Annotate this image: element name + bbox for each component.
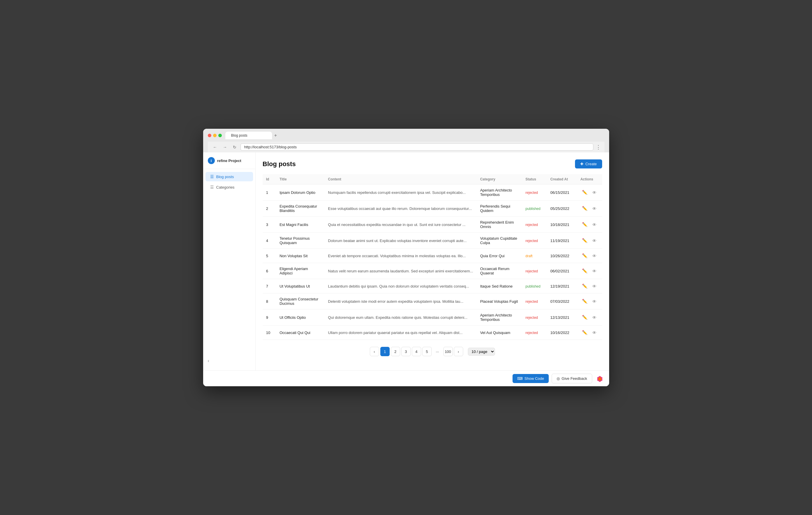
- edit-button[interactable]: ✏️: [580, 298, 589, 305]
- pagination-page-100[interactable]: 100: [443, 347, 453, 356]
- cell-created-at: 12/13/2021: [547, 310, 577, 325]
- page-size-select[interactable]: 10 / page 20 / page 50 / page: [468, 348, 495, 355]
- cell-title: Quisquam Consectetur Ducimus: [276, 293, 325, 310]
- forward-button[interactable]: →: [221, 144, 229, 150]
- view-button[interactable]: 👁: [590, 329, 598, 336]
- pagination-page-1[interactable]: 1: [380, 347, 390, 356]
- create-button[interactable]: ✚ Create: [575, 160, 602, 168]
- traffic-lights: [208, 134, 222, 137]
- data-table: Id Title Content Category Status Created…: [263, 174, 602, 340]
- sidebar-item-categories[interactable]: ☰ Categories: [205, 182, 253, 192]
- cell-category: Vel Aut Quisquam: [476, 325, 522, 340]
- cell-title: Ipsam Dolorum Optio: [276, 184, 325, 201]
- table-row: 1 Ipsam Dolorum Optio Numquam facilis re…: [263, 184, 602, 201]
- col-header-created-at: Created At: [547, 174, 577, 184]
- create-label: Create: [585, 162, 597, 166]
- table-row: 2 Expedita Consequatur Blanditiis Esse v…: [263, 201, 602, 217]
- close-button[interactable]: [208, 134, 211, 137]
- cell-id: 7: [263, 279, 276, 293]
- url-bar[interactable]: [240, 143, 593, 151]
- cell-actions: ✏️ 👁: [577, 233, 602, 249]
- pagination-next-button[interactable]: ›: [454, 347, 463, 356]
- cell-status: published: [522, 279, 547, 293]
- table-row: 6 Eligendi Aperiam Adipisci Natus velit …: [263, 263, 602, 279]
- edit-button[interactable]: ✏️: [580, 267, 589, 275]
- cell-status: rejected: [522, 233, 547, 249]
- view-button[interactable]: 👁: [590, 205, 598, 212]
- sidebar-collapse-button[interactable]: ‹: [203, 356, 255, 366]
- cell-status: published: [522, 201, 547, 217]
- cell-content: Ullam porro dolorem pariatur quaerat par…: [325, 325, 476, 340]
- cell-created-at: 05/25/2022: [547, 201, 577, 217]
- col-header-actions: Actions: [577, 174, 602, 184]
- pagination-page-4[interactable]: 4: [412, 347, 421, 356]
- view-button[interactable]: 👁: [590, 189, 598, 196]
- col-header-title: Title: [276, 174, 325, 184]
- show-code-button[interactable]: ⌨ Show Code: [513, 374, 549, 383]
- cell-id: 3: [263, 217, 276, 233]
- sidebar-item-blog-posts[interactable]: ☰ Blog posts: [205, 172, 253, 181]
- cell-title: Expedita Consequatur Blanditiis: [276, 201, 325, 217]
- list-icon: ☰: [210, 174, 214, 179]
- cell-status: rejected: [522, 325, 547, 340]
- edit-button[interactable]: ✏️: [580, 329, 589, 336]
- flower-icon[interactable]: [595, 374, 605, 383]
- browser-menu-button[interactable]: ⋮: [596, 144, 601, 150]
- table-row: 7 Ut Voluptatibus Ut Laudantium debitis …: [263, 279, 602, 293]
- view-button[interactable]: 👁: [590, 253, 598, 259]
- view-button[interactable]: 👁: [590, 221, 598, 228]
- view-button[interactable]: 👁: [590, 283, 598, 290]
- new-tab-button[interactable]: +: [273, 132, 278, 139]
- cell-title: Non Voluptas Sit: [276, 249, 325, 263]
- cell-content: Numquam facilis repellendus corrupti exe…: [325, 184, 476, 201]
- cell-content: Deleniti voluptatem iste modi error aute…: [325, 293, 476, 310]
- cell-actions: ✏️ 👁: [577, 279, 602, 293]
- bottom-toolbar: ⌨ Show Code ◎ Give Feedback: [203, 371, 609, 386]
- col-header-category: Category: [476, 174, 522, 184]
- edit-button[interactable]: ✏️: [580, 221, 589, 228]
- edit-button[interactable]: ✏️: [580, 189, 589, 196]
- cell-created-at: 12/19/2021: [547, 279, 577, 293]
- table-row: 5 Non Voluptas Sit Eveniet ab tempore oc…: [263, 249, 602, 263]
- give-feedback-button[interactable]: ◎ Give Feedback: [552, 374, 592, 383]
- cell-status: rejected: [522, 217, 547, 233]
- view-button[interactable]: 👁: [590, 298, 598, 305]
- edit-button[interactable]: ✏️: [580, 237, 589, 244]
- pagination-page-3[interactable]: 3: [401, 347, 411, 356]
- pagination-page-2[interactable]: 2: [391, 347, 400, 356]
- active-tab[interactable]: Blog posts: [225, 132, 272, 139]
- cell-title: Est Magni Facilis: [276, 217, 325, 233]
- cell-id: 1: [263, 184, 276, 201]
- edit-button[interactable]: ✏️: [580, 314, 589, 321]
- show-code-label: Show Code: [524, 376, 544, 381]
- cell-id: 8: [263, 293, 276, 310]
- cell-id: 4: [263, 233, 276, 249]
- cell-status: rejected: [522, 184, 547, 201]
- give-feedback-label: Give Feedback: [561, 376, 587, 381]
- maximize-button[interactable]: [218, 134, 222, 137]
- cell-content: Dolorum beatae animi sunt ut. Explicabo …: [325, 233, 476, 249]
- edit-button[interactable]: ✏️: [580, 205, 589, 212]
- page-header: Blog posts ✚ Create: [263, 160, 602, 168]
- view-button[interactable]: 👁: [590, 237, 598, 244]
- cell-content: Esse voluptatibus occaecati aut quae ill…: [325, 201, 476, 217]
- cell-status: rejected: [522, 263, 547, 279]
- cell-actions: ✏️ 👁: [577, 310, 602, 325]
- minimize-button[interactable]: [213, 134, 216, 137]
- view-button[interactable]: 👁: [590, 314, 598, 321]
- cell-created-at: 07/03/2022: [547, 293, 577, 310]
- view-button[interactable]: 👁: [590, 268, 598, 275]
- reload-button[interactable]: ↻: [231, 144, 238, 150]
- cell-title: Occaecati Qui Qui: [276, 325, 325, 340]
- edit-button[interactable]: ✏️: [580, 252, 589, 259]
- back-button[interactable]: ←: [211, 144, 219, 150]
- cell-actions: ✏️ 👁: [577, 293, 602, 310]
- cell-actions: ✏️ 👁: [577, 263, 602, 279]
- pagination-prev-button[interactable]: ‹: [370, 347, 379, 356]
- edit-button[interactable]: ✏️: [580, 283, 589, 290]
- cell-id: 9: [263, 310, 276, 325]
- col-header-id: Id: [263, 174, 276, 184]
- col-header-status: Status: [522, 174, 547, 184]
- table-row: 8 Quisquam Consectetur Ducimus Deleniti …: [263, 293, 602, 310]
- pagination-page-5[interactable]: 5: [422, 347, 432, 356]
